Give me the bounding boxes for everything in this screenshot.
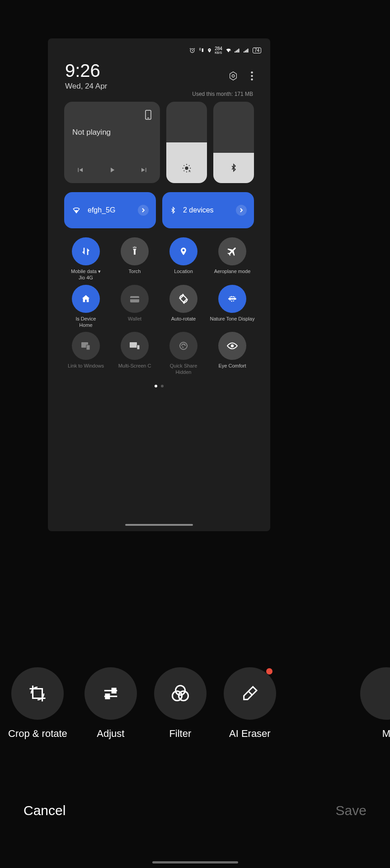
brightness-icon: A (182, 163, 192, 173)
tool-label: Adjust (97, 728, 124, 740)
airplane-icon (226, 245, 238, 257)
tile-link-windows[interactable]: Link to Windows (62, 332, 109, 376)
location-icon (179, 245, 188, 257)
svg-rect-38 (130, 342, 137, 348)
play-icon[interactable] (108, 166, 116, 174)
wifi-tile[interactable]: efgh_5G (64, 192, 156, 228)
tool-crop-rotate[interactable]: Crop & rotate (8, 667, 67, 740)
svg-point-15 (251, 75, 253, 76)
svg-point-16 (251, 78, 253, 80)
tile-device[interactable]: ls DeviceHome (62, 285, 109, 329)
prev-icon[interactable] (76, 166, 84, 174)
svg-point-13 (232, 75, 235, 77)
filter-icon (171, 684, 190, 703)
tile-multi-screen[interactable]: Multi-Screen C (111, 332, 158, 376)
signal-icon-1 (235, 47, 241, 53)
crop-icon (28, 684, 47, 703)
tool-label: Filter (169, 728, 191, 740)
tile-torch[interactable]: Torch (111, 237, 158, 281)
edit-toolbar: Crop & rotate Adjust Filter AI Eraser M (0, 667, 390, 740)
bluetooth-tile[interactable]: 2 devices (162, 192, 254, 228)
wallet-icon (129, 294, 140, 303)
date: Wed, 24 Apr (65, 82, 228, 91)
tile-label: Wallet (128, 316, 141, 328)
svg-point-48 (179, 691, 188, 701)
save-button[interactable]: Save (336, 803, 367, 818)
svg-line-27 (189, 165, 189, 166)
tool-filter[interactable]: Filter (154, 667, 207, 740)
sliders-icon (101, 685, 120, 702)
svg-rect-39 (137, 345, 140, 349)
svg-rect-45 (106, 694, 109, 699)
torch-icon (130, 245, 140, 257)
bluetooth-label: 2 devices (183, 206, 230, 214)
svg-line-26 (184, 170, 184, 171)
link-icon (80, 341, 91, 351)
data-icon (80, 246, 91, 257)
screenshot-preview: 284 KB/S 5 74 9:26 Wed, 24 Apr Used this… (48, 38, 270, 531)
tile-quick-share[interactable]: Quick ShareHidden (160, 332, 207, 376)
multi-icon (129, 341, 141, 350)
brightness-slider[interactable]: A (166, 102, 207, 183)
output-device-icon[interactable] (145, 110, 152, 120)
svg-text:5: 5 (230, 49, 231, 52)
net-speed: 284 KB/S (215, 47, 222, 54)
next-icon[interactable] (140, 166, 148, 174)
tile-nature-tone[interactable]: Nature Tone Display (209, 285, 256, 329)
tool-partial[interactable]: M (360, 667, 390, 740)
tool-ai-eraser[interactable]: AI Eraser (224, 667, 276, 740)
gesture-bar (152, 861, 238, 863)
svg-point-2 (209, 49, 210, 50)
tool-adjust[interactable]: Adjust (85, 667, 137, 740)
tile-location[interactable]: Location (160, 237, 207, 281)
svg-point-19 (185, 166, 188, 170)
wifi-label: efgh_5G (88, 206, 132, 214)
battery-indicator: 74 (253, 47, 261, 53)
signal-icon-2 (244, 47, 250, 53)
tile-label: Location (174, 268, 193, 281)
share-icon (178, 340, 189, 351)
svg-rect-4 (235, 52, 235, 52)
status-bar: 284 KB/S 5 74 (48, 38, 270, 57)
location-pin-icon (207, 47, 212, 53)
svg-rect-37 (86, 345, 90, 350)
tool-label: Crop & rotate (8, 728, 67, 740)
svg-rect-44 (112, 689, 116, 693)
tile-label: Aeroplane mode (214, 268, 251, 281)
bluetooth-battery-icon (198, 47, 204, 53)
tile-mobile-data[interactable]: Mobile data ▾Jio 4G (62, 237, 109, 281)
svg-rect-11 (247, 49, 248, 52)
tile-wallet[interactable]: Wallet (111, 285, 158, 329)
tile-label: Torch (129, 268, 141, 281)
volume-slider[interactable] (213, 102, 254, 183)
tile-auto-rotate[interactable]: Auto-rotate (160, 285, 207, 329)
qs-tiles: Mobile data ▾Jio 4G Torch Location Aerop… (48, 228, 270, 376)
alarm-icon (189, 47, 195, 53)
svg-point-14 (251, 71, 253, 73)
page-dot-2 (161, 385, 164, 387)
tile-label: Mobile data ▾Jio 4G (71, 268, 101, 281)
svg-line-24 (184, 165, 184, 166)
tile-label: Nature Tone Display (210, 316, 255, 328)
tool-label: AI Eraser (229, 728, 271, 740)
more-icon[interactable] (251, 71, 253, 80)
bluetooth-icon (230, 162, 238, 173)
data-usage: Used this month: 171 MB (48, 91, 270, 102)
bluetooth-expand-icon[interactable] (236, 205, 247, 216)
bottom-bar: Cancel Save (0, 803, 390, 818)
cancel-button[interactable]: Cancel (23, 803, 66, 818)
svg-rect-31 (130, 298, 139, 299)
nature-icon (226, 293, 238, 305)
svg-rect-1 (202, 48, 203, 52)
wifi-expand-icon[interactable] (138, 205, 149, 216)
eye-icon (226, 342, 238, 350)
tile-eye-comfort[interactable]: Eye Comfort (209, 332, 256, 376)
settings-icon[interactable] (228, 71, 238, 81)
wifi-icon: 5 (225, 47, 232, 53)
tile-label: ls DeviceHome (76, 316, 96, 329)
tile-aeroplane[interactable]: Aeroplane mode (209, 237, 256, 281)
svg-rect-9 (245, 51, 246, 52)
tile-label: Multi-Screen C (118, 363, 151, 375)
svg-text:A: A (189, 170, 191, 173)
media-card[interactable]: Not playing (64, 102, 160, 183)
